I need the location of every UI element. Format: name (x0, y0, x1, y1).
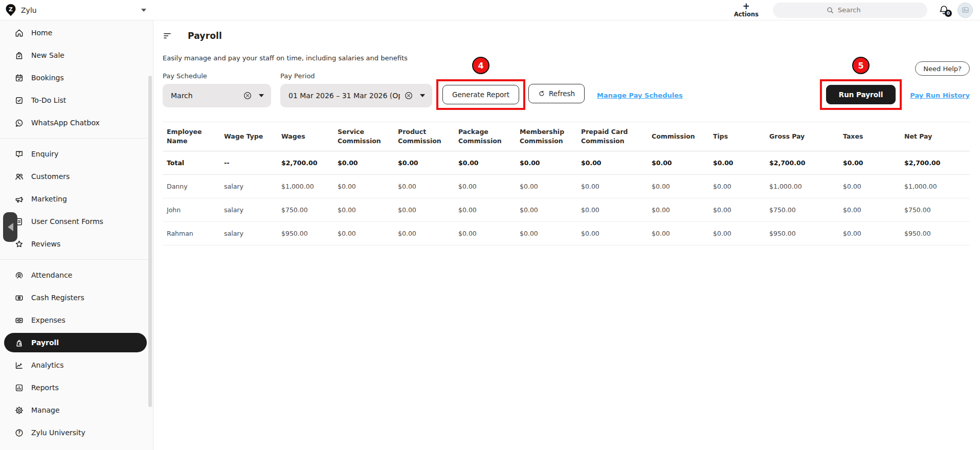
notifications-button[interactable]: 0 (939, 5, 949, 15)
sidebar-item-label: Marketing (31, 195, 67, 203)
cell-service-commission: $0.00 (333, 198, 394, 222)
column-header-net-pay: Net Pay (900, 122, 970, 151)
whatsapp-icon (14, 118, 24, 128)
sidebar-item-marketing[interactable]: Marketing (0, 188, 153, 210)
top-bar: Z Zylu + Actions 0 (0, 0, 980, 20)
table-row-danny: Dannysalary$1,000.00$0.00$0.00$0.00$0.00… (163, 175, 970, 198)
cell-gross-pay: $950.00 (765, 222, 839, 245)
sidebar-item-label: Manage (31, 406, 60, 414)
cell-wage-type: salary (220, 198, 277, 222)
cell-gross-pay: $750.00 (765, 198, 839, 222)
pay-schedule-select[interactable]: March (163, 84, 271, 107)
home-icon (14, 28, 24, 38)
manage-pay-schedules-link[interactable]: Manage Pay Schedules (597, 92, 683, 99)
cell-membership-commission: $0.00 (516, 151, 577, 175)
column-header-membership-commission: Membership Commission (516, 122, 577, 151)
search-input[interactable] (838, 6, 874, 14)
sidebar-item-user-consent-forms[interactable]: User Consent Forms (0, 210, 153, 233)
table-row-john: Johnsalary$750.00$0.00$0.00$0.00$0.00$0.… (163, 198, 970, 222)
cell-gross-pay: $1,000.00 (765, 175, 839, 198)
sidebar-scrollbar[interactable] (148, 76, 152, 407)
sidebar-item-enquiry[interactable]: ?Enquiry (0, 143, 153, 165)
cell-tips: $0.00 (709, 222, 765, 245)
topbar-right: + Actions 0 (734, 2, 980, 18)
sidebar-item-label: New Sale (31, 51, 64, 59)
column-header-tips: Tips (709, 122, 765, 151)
column-header-product-commission: Product Commission (394, 122, 454, 151)
cell-membership-commission: $0.00 (516, 175, 577, 198)
chevron-left-icon (8, 223, 13, 231)
sidebar-item-reports[interactable]: Reports (0, 376, 153, 399)
actions-button[interactable]: + Actions (734, 2, 759, 18)
cell-taxes: $0.00 (839, 175, 900, 198)
sidebar-item-home[interactable]: Home (0, 21, 153, 44)
refresh-button[interactable]: Refresh (528, 84, 585, 103)
cell-gross-pay: $2,700.00 (765, 151, 839, 175)
column-header-employee-name: Employee Name (163, 122, 220, 151)
cell-taxes: $0.00 (839, 151, 900, 175)
pay-period-label: Pay Period (280, 72, 432, 80)
sidebar-item-new-sale[interactable]: New Sale (0, 44, 153, 66)
marketing-icon (14, 194, 24, 204)
cell-prepaid-card-commission: $0.00 (577, 175, 648, 198)
sidebar-item-label: Payroll (31, 339, 59, 347)
cell-wages: $2,700.00 (277, 151, 333, 175)
chevron-down-icon[interactable] (259, 94, 264, 97)
chevron-down-icon[interactable] (420, 94, 425, 97)
search-icon (827, 7, 838, 14)
need-help-button[interactable]: Need Help? (915, 61, 970, 76)
table-body: Total--$2,700.00$0.00$0.00$0.00$0.00$0.0… (163, 151, 970, 245)
search-bar[interactable] (773, 3, 927, 18)
sidebar-item-to-do-list[interactable]: To-Do List (0, 89, 153, 111)
sidebar-item-expenses[interactable]: Expenses (0, 309, 153, 331)
sidebar-item-label: Reports (31, 384, 59, 392)
sidebar-item-label: Expenses (31, 316, 65, 324)
sidebar-item-manage[interactable]: Manage (0, 399, 153, 421)
svg-text:?: ? (18, 151, 20, 155)
cell-prepaid-card-commission: $0.00 (577, 151, 648, 175)
sidebar-item-reviews[interactable]: Reviews (0, 233, 153, 255)
sidebar-item-whatsapp-chatbox[interactable]: WhatsApp Chatbox (0, 111, 153, 134)
image-placeholder-icon (962, 7, 969, 13)
run-payroll-button[interactable]: Run Payroll (826, 85, 896, 104)
sidebar-item-bookings[interactable]: Bookings (0, 66, 153, 89)
column-header-taxes: Taxes (839, 122, 900, 151)
pay-run-history-link[interactable]: Pay Run History (910, 92, 970, 99)
sidebar-item-analytics[interactable]: Analytics (0, 354, 153, 376)
reports-icon (14, 383, 24, 393)
brand-switcher[interactable]: Z Zylu (0, 4, 153, 17)
cell-wage-type: salary (220, 175, 277, 198)
cell-commission: $0.00 (648, 222, 709, 245)
sidebar-item-attendance[interactable]: Attendance (0, 264, 153, 286)
cell-commission: $0.00 (648, 198, 709, 222)
sidebar-item-cash-registers[interactable]: Cash Registers (0, 286, 153, 309)
chevron-down-icon[interactable] (141, 9, 146, 12)
sidebar-item-zylu-university[interactable]: ?Zylu University (0, 421, 153, 444)
sidebar-item-label: Zylu University (31, 429, 85, 437)
cell-wages: $1,000.00 (277, 175, 333, 198)
clear-circle-icon[interactable] (405, 92, 413, 100)
university-icon: ? (14, 428, 24, 438)
clear-circle-icon[interactable] (243, 92, 252, 100)
sidebar-item-payroll[interactable]: Payroll (4, 333, 147, 352)
enquiry-icon: ? (14, 149, 24, 159)
svg-text:?: ? (18, 431, 20, 435)
page-title: Payroll (188, 31, 222, 41)
pay-schedule-value: March (171, 92, 193, 100)
annotation-step-5: 5 (852, 57, 870, 74)
cell-wages: $750.00 (277, 198, 333, 222)
cell-tips: $0.00 (709, 175, 765, 198)
user-avatar[interactable] (957, 3, 973, 18)
cell-service-commission: $0.00 (333, 151, 394, 175)
cell-employee-name: Total (163, 151, 220, 175)
column-header-service-commission: Service Commission (333, 122, 394, 151)
generate-report-button[interactable]: Generate Report (442, 85, 519, 104)
pay-period-select[interactable]: 01 Mar 2026 – 31 Mar 2026 (Op... (280, 84, 432, 107)
sort-lines-icon[interactable] (163, 31, 172, 41)
sidebar-item-label: WhatsApp Chatbox (31, 119, 100, 127)
sidebar-item-customers[interactable]: Customers (0, 165, 153, 188)
sidebar-collapse-button[interactable] (3, 212, 17, 242)
annotation-step-4: 4 (472, 57, 489, 74)
cell-membership-commission: $0.00 (516, 198, 577, 222)
zylu-logo-icon: Z (5, 4, 16, 17)
